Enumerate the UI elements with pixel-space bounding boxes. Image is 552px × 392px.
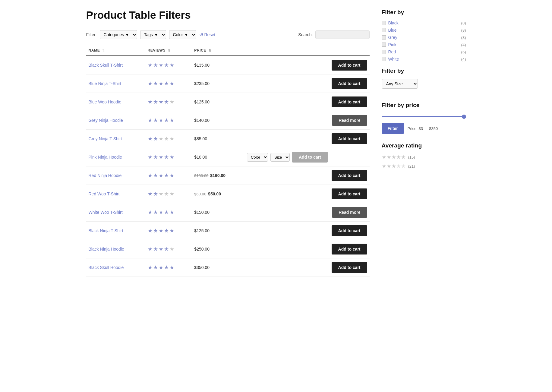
col-reviews[interactable]: REVIEWS ⇅ <box>145 45 192 56</box>
filter-button[interactable]: Filter <box>382 123 404 134</box>
sort-arrows-price: ⇅ <box>209 49 211 52</box>
product-action: Read more <box>244 111 370 130</box>
product-link[interactable]: Black Skull T-Shirt <box>89 63 123 68</box>
table-row: Black Skull Hoodie★★★★★$350.00Add to car… <box>86 258 370 277</box>
table-row: Blue Woo Hoodie★★★★★$125.00Add to cart <box>86 93 370 111</box>
color-filter-list: Black (8) Blue (8) Grey (3) Pink (4) Red… <box>382 21 466 62</box>
col-price[interactable]: PRICE ⇅ <box>192 45 244 56</box>
price-value: $85.00 <box>194 136 207 141</box>
price-sale: $50.00 <box>208 191 221 196</box>
read-more-button[interactable]: Read more <box>332 115 367 126</box>
table-row: Red Woo T-Shirt★★★★★$60.00$50.00Add to c… <box>86 185 370 203</box>
product-rating: ★★★★★ <box>145 56 192 74</box>
table-row: Black Ninja Hoodie★★★★★$250.00Add to car… <box>86 240 370 258</box>
product-rating: ★★★★★ <box>145 93 192 111</box>
col-name[interactable]: NAME ⇅ <box>86 45 145 56</box>
product-rating: ★★★★★ <box>145 203 192 222</box>
avg-rating-row[interactable]: ★★★★★ (15) <box>382 154 466 160</box>
filter-checkbox[interactable] <box>382 28 386 32</box>
add-to-cart-button[interactable]: Add to cart <box>292 152 328 163</box>
filter-count: (4) <box>461 43 466 47</box>
product-link[interactable]: Grey Ninja T-Shirt <box>89 136 122 141</box>
product-rating: ★★★★★ <box>145 258 192 277</box>
reset-button[interactable]: ↺ Reset <box>199 32 216 38</box>
color-variation-select[interactable]: Color <box>247 153 268 162</box>
filter-item-left: Grey <box>382 35 397 40</box>
product-rating: ★★★★★ <box>145 222 192 240</box>
color-filter-link[interactable]: White <box>388 57 399 62</box>
add-to-cart-button[interactable]: Add to cart <box>332 170 367 181</box>
color-filter-item: Red (6) <box>382 49 466 54</box>
search-label: Search: <box>298 32 313 37</box>
product-link[interactable]: Black Ninja T-Shirt <box>89 228 123 233</box>
filter-item-left: Pink <box>382 42 396 47</box>
price-value: $235.00 <box>194 81 210 86</box>
product-price: $60.00$50.00 <box>192 185 244 203</box>
add-to-cart-button[interactable]: Add to cart <box>332 78 367 89</box>
filter-count: (6) <box>461 50 466 54</box>
size-dropdown[interactable]: Any SizeSmallMediumLargeXL <box>382 79 418 89</box>
add-to-cart-button[interactable]: Add to cart <box>332 60 367 71</box>
product-price: $135.00 <box>192 56 244 74</box>
col-action <box>244 45 370 56</box>
filter-item-left: Black <box>382 21 399 25</box>
product-link[interactable]: Red Ninja Hoodie <box>89 173 122 178</box>
add-to-cart-button[interactable]: Add to cart <box>332 244 367 254</box>
filter-checkbox[interactable] <box>382 57 386 61</box>
tags-dropdown[interactable]: Tags ▼ <box>140 30 166 39</box>
categories-dropdown[interactable]: Categories ▼ <box>100 30 137 39</box>
product-price: $150.00 <box>192 203 244 222</box>
color-dropdown[interactable]: Color ▼ <box>169 30 196 39</box>
price-original: $60.00 <box>194 192 206 196</box>
color-filter-item: Grey (3) <box>382 35 466 40</box>
filter-checkbox[interactable] <box>382 43 386 47</box>
filter-checkbox[interactable] <box>382 50 386 54</box>
filter-item-left: Blue <box>382 28 397 33</box>
product-link[interactable]: Black Skull Hoodie <box>89 265 124 270</box>
reset-icon: ↺ <box>199 32 203 38</box>
product-link[interactable]: Pink Ninja Hoodie <box>89 155 122 160</box>
product-rating: ★★★★★ <box>145 111 192 130</box>
add-to-cart-button[interactable]: Add to cart <box>332 133 367 144</box>
product-link[interactable]: Grey Ninja Hoodie <box>89 118 123 123</box>
table-row: Black Ninja T-Shirt★★★★★$125.00Add to ca… <box>86 222 370 240</box>
product-rating: ★★★★★ <box>145 166 192 185</box>
filter-checkbox[interactable] <box>382 21 386 25</box>
color-filter-item: White (4) <box>382 57 466 62</box>
product-action: Add to cart <box>244 258 370 277</box>
price-value: $125.00 <box>194 100 210 104</box>
product-action: Add to cart <box>244 222 370 240</box>
search-input[interactable] <box>315 30 370 39</box>
price-value: $250.00 <box>194 247 210 251</box>
add-to-cart-button[interactable]: Add to cart <box>332 262 367 273</box>
product-link[interactable]: Black Ninja Hoodie <box>89 247 124 251</box>
product-price: $140.00 <box>192 111 244 130</box>
add-to-cart-button[interactable]: Add to cart <box>332 225 367 236</box>
avg-rating-row[interactable]: ★★★★★ (21) <box>382 163 466 169</box>
color-filter-link[interactable]: Grey <box>388 35 397 40</box>
color-filter-link[interactable]: Red <box>388 49 396 54</box>
product-link[interactable]: Blue Ninja T-Shirt <box>89 81 121 86</box>
color-filter-link[interactable]: Pink <box>388 42 396 47</box>
price-value: $150.00 <box>194 210 210 215</box>
product-link[interactable]: Blue Woo Hoodie <box>89 100 121 104</box>
product-link[interactable]: Red Woo T-Shirt <box>89 191 120 196</box>
filter-checkbox[interactable] <box>382 35 386 40</box>
product-link[interactable]: White Woo T-Shirt <box>89 210 123 215</box>
product-action: Add to cart <box>244 185 370 203</box>
product-action: Color Size Add to cart <box>244 148 370 166</box>
product-price: $125.00 <box>192 93 244 111</box>
product-action: Add to cart <box>244 56 370 74</box>
color-filter-link[interactable]: Black <box>388 21 399 25</box>
add-to-cart-button[interactable]: Add to cart <box>332 96 367 107</box>
read-more-button[interactable]: Read more <box>332 207 367 218</box>
product-price: $250.00 <box>192 240 244 258</box>
filter-item-left: Red <box>382 49 396 54</box>
size-variation-select[interactable]: Size <box>270 153 290 162</box>
table-row: Blue Ninja T-Shirt★★★★★$235.00Add to car… <box>86 74 370 93</box>
color-filter-link[interactable]: Blue <box>388 28 397 33</box>
add-to-cart-button[interactable]: Add to cart <box>332 188 367 199</box>
price-value: $140.00 <box>194 118 210 123</box>
color-filter-item: Black (8) <box>382 21 466 25</box>
price-slider[interactable] <box>382 116 466 117</box>
